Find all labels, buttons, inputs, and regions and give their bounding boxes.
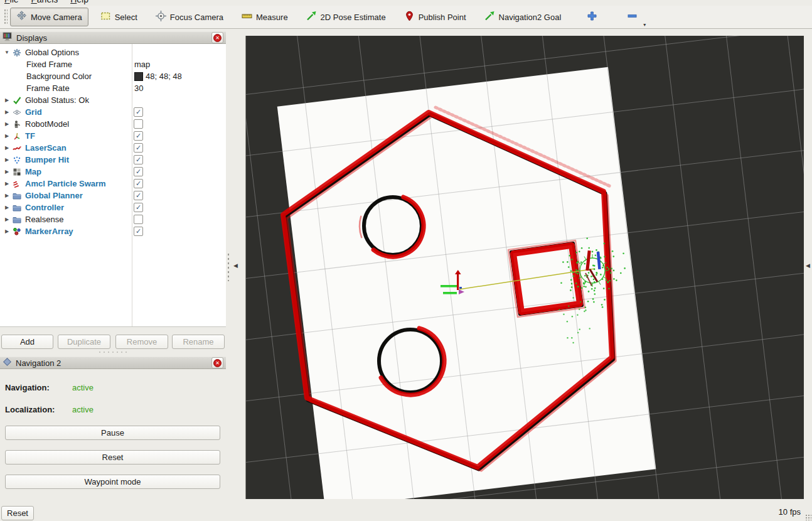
add-tool-button[interactable] xyxy=(580,8,604,26)
displays-close-button[interactable]: ✕ xyxy=(211,32,223,43)
expand-icon[interactable]: ▶ xyxy=(3,133,11,139)
status-ok-check-icon xyxy=(12,96,22,105)
reset-button[interactable]: Reset xyxy=(1,506,34,520)
tool-navigation2-goal[interactable]: Navigation2 Goal xyxy=(478,8,568,26)
focus-camera-icon xyxy=(156,11,166,23)
tool-focus-camera[interactable]: Focus Camera xyxy=(149,8,230,26)
row-global-options[interactable]: ▼ Global Options xyxy=(0,46,226,58)
folder-icon xyxy=(12,203,22,212)
collapse-icon[interactable]: ▼ xyxy=(3,50,11,55)
row-display-realsense[interactable]: ▶ Realsense xyxy=(0,213,226,225)
select-icon xyxy=(100,11,111,23)
bumper-hit-icon xyxy=(12,156,22,164)
resize-grip[interactable] xyxy=(805,514,811,520)
row-frame-rate[interactable]: Frame Rate 30 xyxy=(0,82,226,94)
expand-icon[interactable]: ▶ xyxy=(3,145,11,151)
color-swatch xyxy=(134,72,143,81)
plus-icon xyxy=(587,11,597,23)
horizontal-splitter[interactable] xyxy=(97,351,129,353)
menu-help[interactable]: Help xyxy=(70,0,88,4)
publish-point-icon xyxy=(404,11,415,23)
visibility-checkbox[interactable]: ✓ xyxy=(134,131,143,141)
expand-icon[interactable]: ▶ xyxy=(3,157,11,163)
collapse-right-arrow-icon[interactable]: ◀ xyxy=(806,262,810,269)
visibility-checkbox[interactable]: ✓ xyxy=(134,143,143,153)
navigation2-close-button[interactable]: ✕ xyxy=(211,357,223,368)
row-background-color[interactable]: Background Color 48; 48; 48 xyxy=(0,70,226,82)
tool-label: Move Camera xyxy=(31,13,82,22)
expand-icon[interactable]: ▶ xyxy=(3,193,11,198)
expand-icon[interactable]: ▶ xyxy=(3,205,11,210)
menu-panels[interactable]: Panels xyxy=(31,0,58,4)
waypoint-mode-button[interactable]: Waypoint mode xyxy=(5,475,220,489)
localization-status-label: Localization: xyxy=(5,405,55,414)
expand-icon[interactable]: ▶ xyxy=(3,169,11,175)
panel-diamond-icon xyxy=(3,357,12,368)
rename-button[interactable]: Rename xyxy=(172,335,225,349)
expand-icon[interactable]: ▶ xyxy=(3,97,11,103)
displays-panel-header[interactable]: Displays ✕ xyxy=(0,31,226,44)
tool-2d-pose-estimate[interactable]: 2D Pose Estimate xyxy=(300,8,392,26)
expand-icon[interactable]: ▶ xyxy=(3,109,11,115)
minus-icon xyxy=(627,11,638,23)
visibility-checkbox[interactable]: ✓ xyxy=(134,191,143,200)
tool-move-camera[interactable]: Move Camera xyxy=(10,8,88,26)
frame-rate-value[interactable]: 30 xyxy=(134,83,143,93)
expand-icon[interactable]: ▶ xyxy=(3,181,11,186)
visibility-checkbox[interactable] xyxy=(134,119,143,129)
row-display-map[interactable]: ▶ Map ✓ xyxy=(0,166,226,178)
tool-label: Publish Point xyxy=(419,13,466,22)
tool-publish-point[interactable]: Publish Point xyxy=(398,8,473,26)
map-icon xyxy=(12,168,22,176)
tool-select[interactable]: Select xyxy=(94,8,144,26)
expand-icon[interactable]: ▶ xyxy=(3,121,11,127)
nav2-goal-icon xyxy=(484,11,495,23)
row-display-global-planner[interactable]: ▶ Global Planner ✓ xyxy=(0,190,226,201)
tf-icon xyxy=(12,132,22,141)
row-display-grid[interactable]: ▶ Grid ✓ xyxy=(0,106,226,118)
expand-icon[interactable]: ▶ xyxy=(3,217,11,222)
left-splitter-handle[interactable] xyxy=(227,252,230,281)
displays-panel-title: Displays xyxy=(16,33,208,43)
navigation2-panel-header[interactable]: Navigation 2 ✕ xyxy=(0,357,226,369)
row-global-status[interactable]: ▶ Global Status: Ok xyxy=(0,94,226,106)
navigation-status-label: Navigation: xyxy=(5,383,50,392)
particle-swarm-icon xyxy=(12,180,22,188)
row-display-bumper-hit[interactable]: ▶ Bumper Hit ✓ xyxy=(0,154,226,166)
add-button[interactable]: Add xyxy=(1,335,53,349)
remove-tool-button[interactable]: ▾ xyxy=(621,8,644,26)
reset-nav-button[interactable]: Reset xyxy=(5,450,220,465)
visibility-checkbox[interactable] xyxy=(134,215,143,224)
duplicate-button[interactable]: Duplicate xyxy=(58,335,110,349)
row-display-laserscan[interactable]: ▶ LaserScan ✓ xyxy=(0,142,226,154)
tool-measure[interactable]: Measure xyxy=(235,8,294,26)
visibility-checkbox[interactable]: ✓ xyxy=(134,167,143,176)
visibility-checkbox[interactable]: ✓ xyxy=(134,227,143,236)
navigation-status-value: active xyxy=(72,383,93,392)
pause-button[interactable]: Pause xyxy=(5,426,220,440)
visibility-checkbox[interactable]: ✓ xyxy=(134,179,143,188)
remove-button[interactable]: Remove xyxy=(115,335,168,349)
pose-estimate-icon xyxy=(306,11,317,23)
expand-icon[interactable]: ▶ xyxy=(3,228,11,234)
folder-icon xyxy=(12,215,22,224)
fixed-frame-value[interactable]: map xyxy=(134,60,150,69)
row-fixed-frame[interactable]: Fixed Frame map xyxy=(0,58,226,70)
row-display-tf[interactable]: ▶ TF ✓ xyxy=(0,130,226,142)
tool-dropdown-caret[interactable]: ▾ xyxy=(643,22,646,28)
fps-counter: 10 fps xyxy=(779,507,801,517)
visibility-checkbox[interactable]: ✓ xyxy=(134,155,143,164)
render-viewport[interactable] xyxy=(245,36,804,499)
row-display-amcl-particle-swarm[interactable]: ▶ Amcl Particle Swarm ✓ xyxy=(0,178,226,190)
toolbar-drag-handle[interactable] xyxy=(4,9,8,25)
row-display-robotmodel[interactable]: ▶ RobotModel xyxy=(0,118,226,130)
row-display-markerarray[interactable]: ▶ MarkerArray ✓ xyxy=(0,225,226,237)
visibility-checkbox[interactable]: ✓ xyxy=(134,107,143,117)
visibility-checkbox[interactable]: ✓ xyxy=(134,203,143,212)
row-display-controller[interactable]: ▶ Controller ✓ xyxy=(0,201,226,213)
displays-icon xyxy=(3,32,13,43)
collapse-left-arrow-icon[interactable]: ◀ xyxy=(233,262,238,269)
background-color-value[interactable]: 48; 48; 48 xyxy=(134,72,182,81)
grid-icon xyxy=(12,108,22,117)
menu-file[interactable]: File xyxy=(4,0,19,4)
